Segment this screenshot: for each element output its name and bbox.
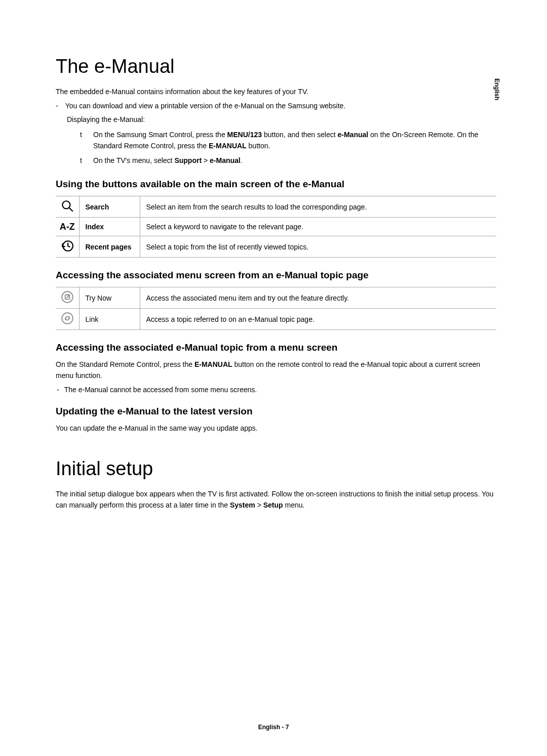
- table-row: Search Select an item from the search re…: [56, 196, 496, 218]
- note-text: The e-Manual cannot be accessed from som…: [64, 386, 257, 394]
- table-row: Try Now Access the associated menu item …: [56, 287, 496, 309]
- display-steps-list: On the Samsung Smart Control, press the …: [56, 130, 496, 166]
- display-step-2: On the TV's menu, select Support > e-Man…: [78, 155, 496, 166]
- index-label: Index: [79, 218, 140, 236]
- try-now-icon: [56, 287, 79, 309]
- heading-emanual: The e-Manual: [56, 56, 496, 77]
- intro-text-3: Displaying the e-Manual:: [56, 114, 496, 125]
- svg-point-6: [62, 313, 73, 324]
- index-desc: Select a keyword to navigate to the rele…: [140, 218, 496, 236]
- link-desc: Access a topic referred to on an e-Manua…: [140, 309, 496, 330]
- access-table: Try Now Access the associated menu item …: [56, 287, 496, 330]
- buttons-table: Search Select an item from the search re…: [56, 196, 496, 258]
- intro-text-1: The embedded e-Manual contains informati…: [56, 87, 496, 98]
- subheading-buttons: Using the buttons available on the main …: [56, 179, 496, 190]
- page-footer: English - 7: [0, 724, 547, 731]
- search-icon: [56, 196, 79, 218]
- index-icon: A-Z: [56, 218, 79, 236]
- search-label: Search: [79, 196, 140, 218]
- intro-download-note: - You can download and view a printable …: [56, 101, 496, 112]
- heading-initial-setup: Initial setup: [56, 458, 496, 480]
- display-step-1: On the Samsung Smart Control, press the …: [78, 130, 496, 151]
- recent-icon: [56, 236, 79, 258]
- recent-desc: Select a topic from the list of recently…: [140, 236, 496, 258]
- link-label: Link: [79, 309, 140, 330]
- access-topic-para: On the Standard Remote Control, press th…: [56, 359, 496, 381]
- recent-label: Recent pages: [79, 236, 140, 258]
- svg-point-0: [62, 201, 70, 208]
- access-topic-note: - The e-Manual cannot be accessed from s…: [56, 386, 496, 394]
- initial-setup-para: The initial setup dialogue box appears w…: [56, 489, 496, 511]
- intro-text-2: You can download and view a printable ve…: [65, 101, 346, 112]
- table-row: Link Access a topic referred to on an e-…: [56, 309, 496, 330]
- subheading-access-topic: Accessing the associated e-Manual topic …: [56, 342, 496, 353]
- search-desc: Select an item from the search results t…: [140, 196, 496, 218]
- svg-line-1: [69, 207, 73, 212]
- try-now-label: Try Now: [79, 287, 140, 309]
- svg-line-5: [66, 295, 70, 299]
- subheading-access-menu: Accessing the associated menu screen fro…: [56, 270, 496, 281]
- language-side-label: English: [493, 78, 500, 100]
- dash-glyph: -: [57, 386, 59, 394]
- subheading-updating: Updating the e-Manual to the latest vers…: [56, 406, 496, 417]
- table-row: Recent pages Select a topic from the lis…: [56, 236, 496, 258]
- try-now-desc: Access the associated menu item and try …: [140, 287, 496, 309]
- link-icon: [56, 309, 79, 330]
- dash-glyph: -: [56, 101, 58, 112]
- updating-para: You can update the e-Manual in the same …: [56, 423, 496, 434]
- table-row: A-Z Index Select a keyword to navigate t…: [56, 218, 496, 236]
